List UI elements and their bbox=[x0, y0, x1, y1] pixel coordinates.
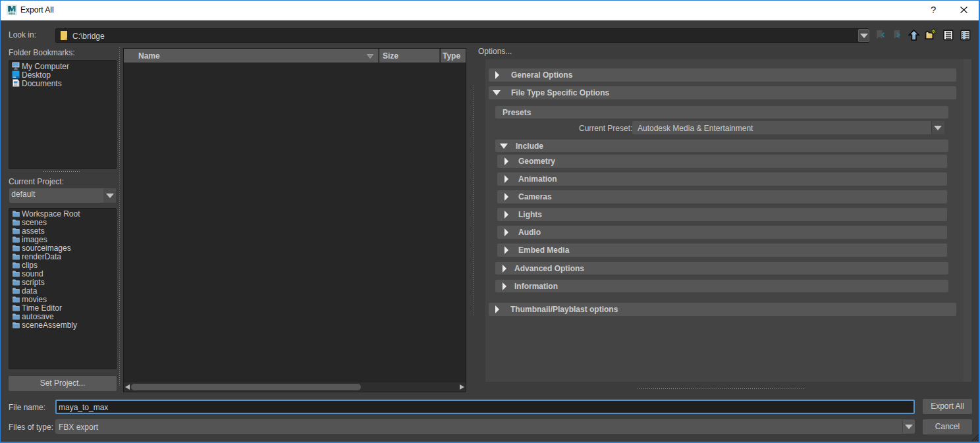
svg-text:MAYA: MAYA bbox=[9, 13, 15, 15]
